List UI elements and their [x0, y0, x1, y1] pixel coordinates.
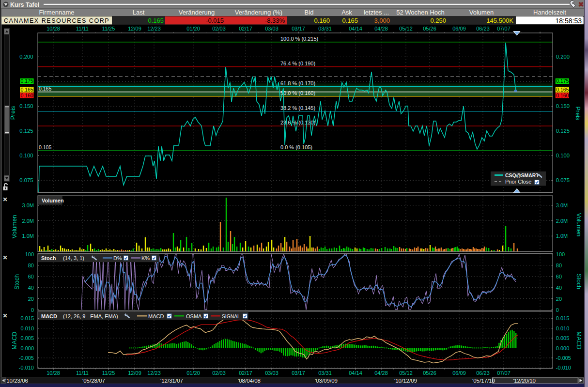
svg-text:Volumen: Volumen — [11, 215, 18, 239]
svg-text:-0.010: -0.010 — [19, 365, 34, 371]
svg-text:03/31: 03/31 — [318, 26, 332, 31]
svg-text:D%: D% — [113, 255, 122, 261]
svg-text:Veränderung: Veränderung — [179, 9, 215, 16]
svg-text:04/28: 04/28 — [374, 370, 388, 376]
svg-text:'10/12/09: '10/12/09 — [394, 378, 417, 384]
svg-text:04/14: 04/14 — [349, 370, 362, 376]
svg-text:Kurs Tafel: Kurs Tafel — [10, 1, 39, 8]
svg-text:80: 80 — [556, 263, 562, 268]
svg-text:38.2 % (0.145): 38.2 % (0.145) — [280, 105, 315, 111]
svg-text:0.010: 0.010 — [20, 325, 34, 331]
svg-text:40: 40 — [556, 285, 562, 291]
svg-text:letztes ...: letztes ... — [364, 9, 389, 16]
svg-text:01/20: 01/20 — [186, 26, 200, 31]
svg-text:0.175: 0.175 — [556, 78, 569, 84]
svg-text:07/07: 07/07 — [497, 370, 511, 376]
svg-text:3,000: 3,000 — [374, 17, 390, 24]
svg-text:0.165: 0.165 — [342, 17, 358, 24]
svg-text:'10/23/06: '10/23/06 — [5, 378, 28, 384]
svg-text:20: 20 — [556, 296, 562, 302]
svg-text:0.165: 0.165 — [20, 87, 33, 93]
svg-text:0.200: 0.200 — [556, 54, 570, 60]
svg-text:CSQ@SMART: CSQ@SMART — [505, 173, 539, 178]
svg-text:Last: Last — [133, 9, 145, 16]
svg-text:2.0M: 2.0M — [556, 218, 568, 224]
svg-text:06/23: 06/23 — [476, 26, 490, 31]
svg-text:61.8 % (0.170): 61.8 % (0.170) — [280, 80, 315, 86]
svg-text:0.010: 0.010 — [556, 325, 570, 331]
svg-text:100: 100 — [25, 251, 34, 257]
svg-text:Preis: Preis — [10, 106, 16, 120]
svg-text:0: 0 — [31, 307, 34, 313]
svg-text:Ask: Ask — [341, 9, 352, 16]
svg-text:(12, 26, 9 - EMA, EMA): (12, 26, 9 - EMA, EMA) — [63, 313, 118, 319]
svg-text:Handelszeit: Handelszeit — [533, 9, 566, 16]
svg-text:02/17: 02/17 — [239, 26, 252, 31]
svg-text:3.0M: 3.0M — [556, 202, 568, 208]
svg-text:'12/31/07: '12/31/07 — [160, 378, 183, 384]
svg-text:0.125: 0.125 — [556, 128, 570, 134]
svg-text:0.165: 0.165 — [148, 17, 164, 24]
svg-text:MACD: MACD — [11, 332, 18, 350]
svg-text:Prior Close: Prior Close — [505, 179, 531, 185]
svg-text:0.165: 0.165 — [556, 87, 569, 93]
svg-text:OSMA: OSMA — [186, 313, 202, 319]
svg-text:Volumen: Volumen — [575, 213, 582, 237]
svg-text:0.160: 0.160 — [556, 93, 569, 98]
svg-text:03/03: 03/03 — [265, 26, 279, 31]
svg-text:11/11: 11/11 — [76, 26, 89, 31]
svg-text:02/17: 02/17 — [239, 370, 252, 376]
svg-text:0.015: 0.015 — [20, 315, 34, 321]
svg-text:10/28: 10/28 — [46, 26, 60, 31]
svg-text:04/14: 04/14 — [349, 26, 362, 31]
svg-text:'03/09/09: '03/09/09 — [315, 378, 338, 384]
svg-text:-8.33%: -8.33% — [265, 17, 285, 24]
svg-text:60: 60 — [556, 274, 562, 279]
svg-text:10/28: 10/28 — [46, 370, 60, 376]
svg-text:05/26: 05/26 — [423, 26, 436, 31]
svg-text:40: 40 — [28, 285, 34, 291]
svg-text:05/26: 05/26 — [423, 370, 436, 376]
svg-text:0.005: 0.005 — [20, 335, 34, 341]
svg-text:04/28: 04/28 — [374, 26, 388, 31]
svg-text:2.0M: 2.0M — [22, 218, 34, 224]
svg-text:50.0 % (0.160): 50.0 % (0.160) — [280, 90, 315, 96]
svg-text:18:58:53: 18:58:53 — [556, 17, 582, 25]
svg-text:100: 100 — [556, 251, 565, 257]
svg-text:0.0 % (0.105): 0.0 % (0.105) — [280, 144, 312, 150]
svg-text:06/23: 06/23 — [476, 370, 490, 376]
svg-text:-0.005: -0.005 — [556, 355, 571, 361]
svg-text:06/09: 06/09 — [452, 26, 466, 31]
svg-text:✕: ✕ — [2, 312, 7, 319]
svg-text:80: 80 — [28, 263, 34, 268]
svg-text:0.075: 0.075 — [556, 177, 570, 183]
svg-text:0.000: 0.000 — [20, 345, 34, 351]
svg-text:0.250: 0.250 — [430, 17, 446, 24]
svg-text:12/09: 12/09 — [128, 26, 141, 31]
svg-text:0.160: 0.160 — [20, 93, 33, 98]
svg-text:145.500K: 145.500K — [486, 17, 513, 24]
svg-text:76.4 % (0.190): 76.4 % (0.190) — [280, 61, 315, 66]
svg-text:12/23: 12/23 — [147, 26, 161, 31]
svg-text:MACD: MACD — [148, 313, 164, 319]
svg-text:'08/04/08: '08/04/08 — [238, 378, 261, 384]
svg-text:03/17: 03/17 — [292, 26, 305, 31]
svg-text:02/03: 02/03 — [212, 26, 226, 31]
svg-text:0.075: 0.075 — [19, 177, 33, 183]
svg-text:0.175: 0.175 — [20, 78, 33, 84]
svg-text:✕: ✕ — [2, 254, 7, 261]
svg-text:06/09: 06/09 — [452, 370, 466, 376]
svg-text:0.160: 0.160 — [314, 17, 330, 24]
svg-text:'05/28/07: '05/28/07 — [82, 378, 105, 384]
svg-text:07/07: 07/07 — [497, 26, 511, 31]
svg-text:✖: ✖ — [578, 0, 584, 8]
svg-text:0.100: 0.100 — [556, 153, 570, 158]
svg-text:05/12: 05/12 — [399, 370, 413, 376]
svg-text:12/09: 12/09 — [128, 370, 141, 376]
svg-text:(14, 3, 1): (14, 3, 1) — [63, 255, 84, 261]
svg-text:0.125: 0.125 — [19, 128, 33, 134]
svg-text:03/03: 03/03 — [265, 370, 279, 376]
svg-text:-0.005: -0.005 — [19, 355, 34, 361]
svg-text:0.000: 0.000 — [556, 345, 570, 351]
svg-text:MACD: MACD — [575, 332, 582, 350]
